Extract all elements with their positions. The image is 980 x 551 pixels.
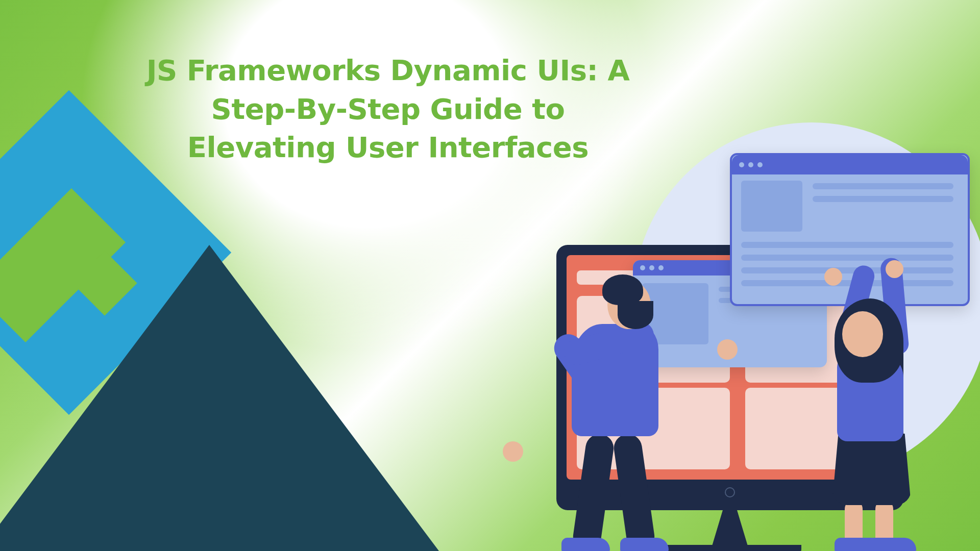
hand-icon (886, 260, 903, 278)
text-line-icon (813, 196, 953, 202)
hair-icon (602, 274, 643, 305)
window-dot-icon (739, 162, 744, 167)
head-icon (842, 311, 883, 357)
beard-icon (618, 301, 653, 329)
hand-icon (824, 268, 842, 286)
hand-icon (717, 339, 738, 360)
leg-icon (571, 432, 615, 551)
skirt-icon (832, 434, 911, 505)
thumb-icon (741, 181, 802, 232)
window-dot-icon (748, 162, 753, 167)
text-line-icon (813, 183, 953, 189)
text-line-icon (741, 242, 953, 248)
hand-icon (503, 441, 523, 462)
shoe-icon (620, 538, 669, 551)
person-female-icon (806, 276, 929, 551)
window-dot-icon (757, 162, 763, 167)
shoe-icon (868, 538, 916, 551)
leg-icon (612, 432, 656, 551)
monitor-stand-neck (712, 510, 748, 546)
person-male-icon (541, 265, 684, 551)
text-line-icon (741, 255, 953, 261)
text-line-icon (741, 267, 953, 273)
hero-illustration (480, 92, 960, 551)
shoe-icon (561, 538, 610, 551)
decor-triangle-dark (0, 245, 439, 551)
window-titlebar-icon (732, 155, 968, 174)
